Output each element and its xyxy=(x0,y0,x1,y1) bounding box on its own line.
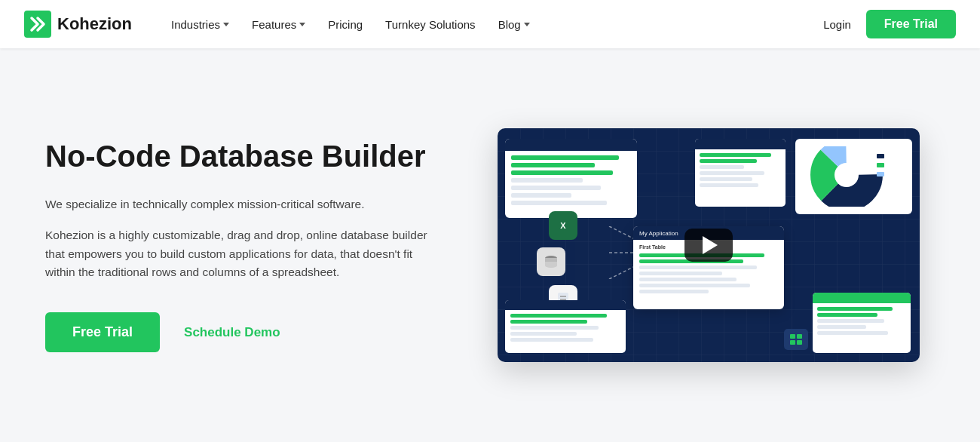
panel-right-top-body xyxy=(695,149,786,191)
nav-item-pricing[interactable]: Pricing xyxy=(319,12,372,37)
play-icon xyxy=(703,236,718,254)
hero-section: No-Code Database Builder We specialize i… xyxy=(0,48,980,442)
nav-item-features[interactable]: Features xyxy=(243,12,314,37)
panel-table-header xyxy=(505,139,637,151)
panel-bottomright-body xyxy=(813,303,911,339)
logo-text: Kohezion xyxy=(57,14,132,34)
pie-chart-svg xyxy=(805,146,903,207)
chevron-down-icon xyxy=(299,23,305,26)
hero-title: No-Code Database Builder xyxy=(45,138,437,174)
nav-links: Industries Features Pricing Turnkey Solu… xyxy=(162,12,823,37)
logo-link[interactable]: Kohezion xyxy=(24,11,132,38)
arrow-svg xyxy=(580,226,641,279)
table-row xyxy=(511,193,571,198)
hero-desc2: Kohezion is a highly customizable, drag … xyxy=(45,226,437,282)
app-icon xyxy=(784,329,808,350)
table-row xyxy=(511,170,613,175)
pc-row xyxy=(639,272,722,275)
kohezion-logo-icon xyxy=(24,11,51,38)
hero-actions: Free Trial Schedule Demo xyxy=(45,312,437,352)
prt-row xyxy=(700,153,771,157)
table-row xyxy=(511,155,619,160)
login-link[interactable]: Login xyxy=(823,18,851,31)
schedule-demo-link[interactable]: Schedule Demo xyxy=(184,325,280,340)
excel-icon: X xyxy=(549,211,577,240)
chevron-down-icon xyxy=(524,23,530,26)
database-icon xyxy=(537,247,565,276)
nav-item-turnkey-solutions[interactable]: Turnkey Solutions xyxy=(376,12,485,37)
panel-bottomleft-header xyxy=(505,300,626,310)
prt-row xyxy=(700,177,752,181)
nav-item-blog[interactable]: Blog xyxy=(489,12,539,37)
svg-rect-4 xyxy=(877,154,884,158)
chevron-down-icon xyxy=(223,23,229,26)
svg-rect-19 xyxy=(797,334,802,339)
pc-row xyxy=(639,290,709,293)
panel-bottomright-header xyxy=(813,293,911,303)
panel-bottomleft xyxy=(505,300,626,353)
svg-rect-20 xyxy=(790,340,795,345)
play-button[interactable] xyxy=(684,229,733,262)
pc-row xyxy=(639,278,737,281)
prt-row xyxy=(700,159,757,163)
panel-right-top xyxy=(695,139,786,207)
prt-row xyxy=(700,171,764,175)
svg-rect-18 xyxy=(790,334,795,339)
panel-chart xyxy=(795,139,912,214)
table-row xyxy=(511,163,595,167)
pc-row xyxy=(639,284,750,287)
svg-rect-21 xyxy=(797,340,802,345)
hero-desc1: We specialize in technically complex mis… xyxy=(45,195,437,214)
table-row xyxy=(511,201,607,205)
product-visual: X xyxy=(498,128,920,362)
prt-row xyxy=(700,183,758,187)
panel-table-rows xyxy=(505,151,637,210)
hero-free-trial-button[interactable]: Free Trial xyxy=(45,312,160,352)
panel-right-top-header xyxy=(695,139,786,149)
prt-row xyxy=(700,165,744,169)
svg-rect-6 xyxy=(877,172,884,176)
table-row xyxy=(511,178,583,183)
navbar: Kohezion Industries Features Pricing Tur… xyxy=(0,0,980,48)
nav-item-industries[interactable]: Industries xyxy=(162,12,238,37)
hero-left: No-Code Database Builder We specialize i… xyxy=(45,138,437,352)
nav-free-trial-button[interactable]: Free Trial xyxy=(866,10,956,38)
panel-table xyxy=(505,139,637,218)
panel-bottomright xyxy=(813,293,911,353)
table-row xyxy=(511,186,601,190)
hero-right: X xyxy=(482,128,935,362)
nav-right: Login Free Trial xyxy=(823,10,956,38)
svg-rect-5 xyxy=(877,163,884,167)
pc-row xyxy=(639,266,757,269)
